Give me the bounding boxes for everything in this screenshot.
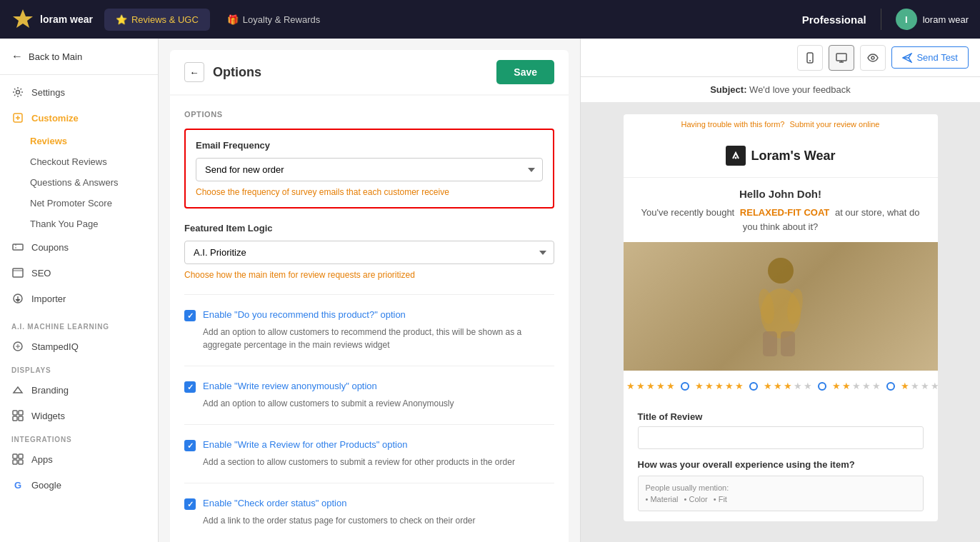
svg-rect-15 — [13, 460, 17, 464]
sidebar-sub-thank-you-page[interactable]: Thank You Page — [0, 214, 158, 234]
reviews-ugc-nav-btn[interactable]: ⭐ Reviews & UGC — [104, 9, 210, 31]
product-placeholder — [624, 242, 938, 371]
overall-exp-label: How was your overall experience using th… — [638, 459, 924, 470]
sidebar-item-apps[interactable]: Apps — [0, 446, 158, 472]
user-avatar: I — [896, 9, 917, 30]
mobile-icon — [804, 52, 816, 64]
svg-point-22 — [871, 56, 874, 59]
eye-view-btn[interactable] — [860, 45, 886, 71]
check-order-checkbox[interactable] — [184, 498, 196, 510]
check-order-checkbox-row: Enable "Check order status" option — [184, 498, 554, 510]
email-brand-area: Loram's Wear — [624, 134, 938, 178]
sidebar-apps-label: Apps — [31, 454, 53, 465]
user-menu[interactable]: I loram wear — [896, 9, 969, 30]
product-name-link[interactable]: RELAXED-FIT COAT — [740, 207, 829, 218]
svg-rect-3 — [13, 244, 23, 250]
eye-icon — [867, 52, 879, 64]
sidebar-customize-label: Customize — [31, 113, 79, 124]
recommend-option-section: Enable "Do you recommend this product?" … — [184, 309, 554, 366]
subject-label: Subject: — [710, 84, 746, 95]
sidebar-sub-questions-answers[interactable]: Questions & Answers — [0, 172, 158, 193]
email-frequency-label: Email Frequency — [196, 140, 543, 151]
sidebar-item-settings[interactable]: Settings — [0, 79, 158, 105]
recommend-checkbox-row: Enable "Do you recommend this product?" … — [184, 309, 554, 321]
options-panel-body: OPTIONS Email Frequency Send for new ord… — [170, 96, 569, 542]
sidebar-sub-reviews[interactable]: Reviews — [0, 131, 158, 151]
preview-subject-bar: Subject: We'd love your feedback — [581, 77, 980, 103]
sidebar-item-coupons[interactable]: Coupons — [0, 234, 158, 260]
sidebar-item-stampediq[interactable]: StampedIQ — [0, 333, 158, 359]
ai-section-label: A.I. Machine Learning — [0, 316, 158, 333]
sidebar-sub-checkout-reviews[interactable]: Checkout Reviews — [0, 151, 158, 172]
star-group-1: ★ ★ ★ ★ ★ — [626, 381, 675, 391]
nav-divider — [881, 9, 881, 30]
radio-3[interactable] — [749, 382, 758, 391]
sidebar-sub-net-promoter-score[interactable]: Net Promoter Score — [0, 193, 158, 214]
anonymous-checkbox[interactable] — [184, 381, 196, 393]
sidebar-item-google[interactable]: G Google — [0, 472, 158, 498]
radio-2[interactable] — [681, 382, 689, 391]
svg-rect-12 — [19, 416, 23, 421]
star-icon: ⭐ — [116, 14, 127, 25]
displays-section-label: Displays — [0, 359, 158, 377]
featured-item-select[interactable]: A.I. Prioritize — [184, 241, 554, 264]
back-arrow-icon: ← — [189, 67, 199, 78]
mobile-view-btn[interactable] — [797, 45, 823, 71]
svg-rect-14 — [19, 454, 23, 458]
loyalty-rewards-nav-btn[interactable]: 🎁 Loyalty & Rewards — [216, 9, 331, 31]
email-frequency-section: Email Frequency Send for new order Choos… — [184, 129, 554, 209]
tag-material: Material — [646, 495, 679, 503]
sidebar-item-customize[interactable]: Customize — [0, 105, 158, 131]
star-group-5: ★ ★ ★ ★ ★ — [901, 381, 938, 391]
featured-item-logic-section: Featured Item Logic A.I. Prioritize Choo… — [184, 223, 554, 295]
seo-icon — [11, 266, 24, 279]
widgets-icon — [11, 409, 24, 422]
coupons-icon — [11, 241, 24, 254]
brand-logo-area: loram wear — [11, 8, 93, 31]
recommend-checkbox[interactable] — [184, 310, 196, 321]
submit-review-link[interactable]: Submit your review online — [790, 120, 880, 129]
options-title: Options — [213, 65, 261, 80]
sidebar-item-branding[interactable]: Branding — [0, 377, 158, 403]
email-review-form: Title of Review How was your overall exp… — [624, 401, 938, 521]
sidebar-item-importer[interactable]: Importer — [0, 286, 158, 311]
other-products-checkbox-row: Enable "Write a Review for other Product… — [184, 439, 554, 451]
back-to-main-btn[interactable]: ← Back to Main — [0, 39, 158, 75]
google-icon: G — [11, 478, 24, 491]
radio-4[interactable] — [818, 382, 826, 391]
email-greeting: Hello John Doh! — [624, 178, 938, 203]
email-card: Having trouble with this form? Submit yo… — [624, 114, 938, 521]
email-brand-name: Loram's Wear — [751, 149, 836, 164]
save-button[interactable]: Save — [496, 60, 554, 84]
svg-rect-11 — [13, 416, 17, 421]
email-stars-area: ★ ★ ★ ★ ★ ★ ★ ★ ★ ★ — [624, 371, 938, 401]
anonymous-checkbox-row: Enable "Write review anonymously" option — [184, 381, 554, 393]
svg-point-26 — [768, 258, 794, 283]
check-order-label: Enable "Check order status" option — [203, 498, 346, 508]
email-frequency-select[interactable]: Send for new order — [196, 158, 543, 181]
send-icon — [902, 53, 912, 63]
other-products-label: Enable "Write a Review for other Product… — [203, 439, 407, 450]
featured-item-label: Featured Item Logic — [184, 223, 554, 234]
options-header-left: ← Options — [184, 62, 261, 82]
sidebar-item-seo[interactable]: SEO — [0, 260, 158, 286]
options-header: ← Options Save — [170, 50, 569, 94]
desktop-view-btn[interactable] — [829, 45, 854, 71]
title-of-review-label: Title of Review — [638, 411, 924, 422]
anonymous-option-section: Enable "Write review anonymously" option… — [184, 381, 554, 425]
sidebar-coupons-label: Coupons — [31, 242, 69, 253]
send-test-label: Send Test — [916, 52, 958, 63]
people-mention-text: People usually mention: — [646, 483, 916, 492]
sidebar-item-widgets[interactable]: Widgets — [0, 403, 158, 428]
email-trouble-bar: Having trouble with this form? Submit yo… — [624, 114, 938, 134]
radio-5[interactable] — [886, 382, 895, 391]
svg-rect-13 — [13, 454, 17, 458]
other-products-section: Enable "Write a Review for other Product… — [184, 439, 554, 483]
brand-logo-mark — [726, 146, 746, 166]
send-test-btn[interactable]: Send Test — [891, 46, 969, 69]
other-products-checkbox[interactable] — [184, 440, 196, 451]
options-back-button[interactable]: ← — [184, 62, 204, 82]
title-of-review-input[interactable] — [638, 426, 924, 449]
check-order-desc: Add a link to the order status page for … — [203, 514, 554, 527]
anonymous-label: Enable "Write review anonymously" option — [203, 381, 377, 391]
